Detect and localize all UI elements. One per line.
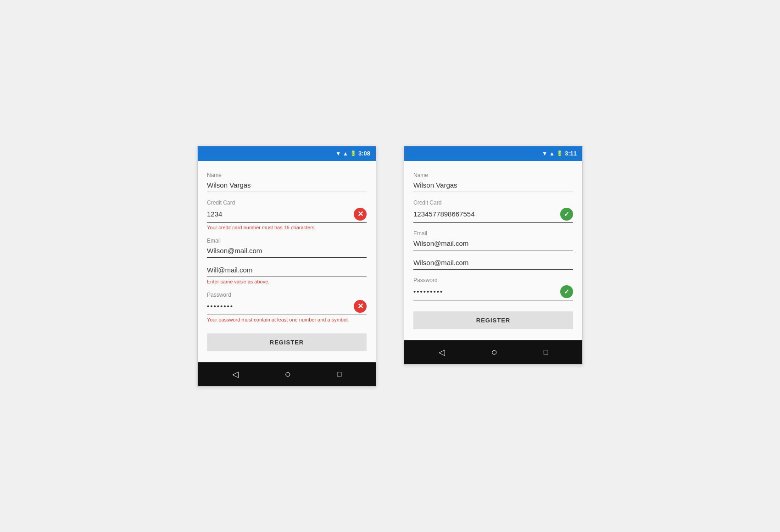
password-success-icon-2: ✓ [560,285,573,298]
password-group-2: Password ••••••••• ✓ [413,277,573,300]
password-label-2: Password [413,277,573,283]
email-group-1: Email Wilson@mail.com [207,238,367,258]
wifi-icon-1: ▼ [335,150,341,157]
credit-card-input-2[interactable]: 1234577898667554 [413,209,560,219]
nav-recent-icon-1[interactable]: □ [337,370,342,378]
credit-card-group-2: Credit Card 1234577898667554 ✓ [413,200,573,223]
nav-bar-2: ◁ ○ □ [404,340,582,364]
phone-success-state: ▼ ▲ 🔋 3:11 Name Wilson Vargas Credit Car… [404,146,583,365]
password-group-1: Password •••••••• ✕ Your password must c… [207,292,367,322]
name-input-2[interactable]: Wilson Vargas [413,180,573,190]
name-label-1: Name [207,172,367,178]
name-input-row-2: Wilson Vargas [413,180,573,192]
battery-icon-2: 🔋 [557,150,563,156]
phone-error-state: ▼ ▲ 🔋 3:08 Name Wilson Vargas Credit Car… [197,146,376,387]
password-error-msg-1: Your password must contain at least one … [207,317,367,322]
status-bar-2: ▼ ▲ 🔋 3:11 [404,146,582,161]
battery-icon-1: 🔋 [350,150,357,156]
signal-icon-2: ▲ [549,150,555,157]
email-input-row-1: Wilson@mail.com [207,246,367,258]
register-button-2[interactable]: REGISTER [413,311,573,329]
password-error-icon-1: ✕ [354,300,367,313]
register-button-1[interactable]: REGISTER [207,333,367,351]
email-label-1: Email [207,238,367,244]
email-confirm-input-row-2: Wilson@mail.com [413,258,573,270]
nav-bar-1: ◁ ○ □ [198,362,376,386]
status-icons-1: ▼ ▲ 🔋 3:08 [335,150,370,157]
password-label-1: Password [207,292,367,298]
password-input-1[interactable]: •••••••• [207,301,354,311]
credit-card-label-1: Credit Card [207,200,367,206]
credit-card-error-msg-1: Your credit card number must has 16 char… [207,225,367,230]
password-input-row-1: •••••••• ✕ [207,300,367,315]
email-group-2: Email Wilson@mail.com [413,230,573,250]
name-group-1: Name Wilson Vargas [207,172,367,192]
signal-icon-1: ▲ [343,150,348,157]
credit-card-error-icon-1: ✕ [354,208,367,221]
email-confirm-input-2[interactable]: Wilson@mail.com [413,258,573,267]
password-input-2[interactable]: ••••••••• [413,287,560,296]
status-icons-2: ▼ ▲ 🔋 3:11 [542,150,577,157]
form-body-1: Name Wilson Vargas Credit Card 1234 ✕ Yo… [198,161,376,362]
nav-back-icon-1[interactable]: ◁ [232,369,239,379]
status-time-2: 3:11 [565,150,577,157]
credit-card-input-row-2: 1234577898667554 ✓ [413,208,573,223]
credit-card-label-2: Credit Card [413,200,573,206]
nav-recent-icon-2[interactable]: □ [544,348,548,356]
status-time-1: 3:08 [358,150,370,157]
email-confirm-input-row-1: Will@mail.com [207,265,367,277]
email-input-2[interactable]: Wilson@mail.com [413,238,573,248]
credit-card-success-icon-2: ✓ [560,208,573,221]
email-confirm-input-1[interactable]: Will@mail.com [207,265,367,275]
email-confirm-group-2: Wilson@mail.com [413,258,573,270]
name-input-row-1: Wilson Vargas [207,180,367,192]
name-label-2: Name [413,172,573,178]
nav-home-icon-2[interactable]: ○ [491,346,497,358]
credit-card-group-1: Credit Card 1234 ✕ Your credit card numb… [207,200,367,230]
password-input-row-2: ••••••••• ✓ [413,285,573,300]
email-error-msg-1: Enter same value as above. [207,279,367,284]
form-body-2: Name Wilson Vargas Credit Card 123457789… [404,161,582,340]
nav-back-icon-2[interactable]: ◁ [439,347,445,357]
credit-card-input-row-1: 1234 ✕ [207,208,367,223]
name-input-1[interactable]: Wilson Vargas [207,180,367,190]
credit-card-input-1[interactable]: 1234 [207,209,354,219]
email-label-2: Email [413,230,573,237]
email-input-row-2: Wilson@mail.com [413,238,573,250]
email-confirm-group-1: Will@mail.com Enter same value as above. [207,265,367,284]
nav-home-icon-1[interactable]: ○ [285,368,291,380]
wifi-icon-2: ▼ [542,150,547,157]
status-bar-1: ▼ ▲ 🔋 3:08 [198,146,376,161]
email-input-1[interactable]: Wilson@mail.com [207,246,367,255]
name-group-2: Name Wilson Vargas [413,172,573,192]
